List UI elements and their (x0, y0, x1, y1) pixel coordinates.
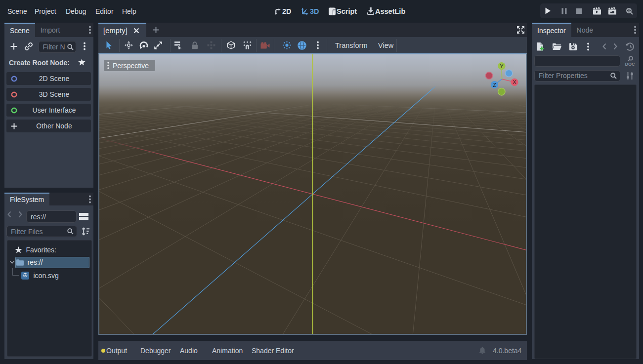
svg-text:DOC: DOC (625, 62, 636, 67)
svg-text:X: X (513, 79, 516, 85)
svg-text:Y: Y (500, 63, 504, 69)
svg-text:Z: Z (493, 82, 496, 88)
